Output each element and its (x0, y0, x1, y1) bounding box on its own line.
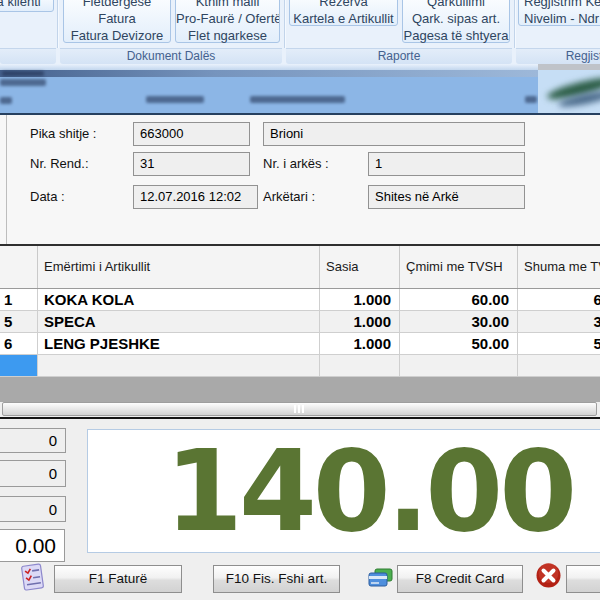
cell-name[interactable] (38, 355, 320, 377)
header-logo-panel (538, 70, 600, 113)
table-header-emertimi[interactable]: Emërtimi i Artikullit (38, 246, 320, 288)
ribbon-box-rezerva: Rezerva Kartela e Artikullit (289, 0, 398, 26)
document-title-strip (0, 70, 538, 77)
pika-shitje-label: Pika shitje : (30, 122, 96, 146)
ribbon-toolbar: ga klienti Fletdërgesë Fatura Fatura Dev… (0, 0, 600, 64)
table-row[interactable]: 1 KOKA KOLA 1.000 60.00 60.00 (0, 289, 600, 311)
data-field[interactable]: 12.07.2016 12:02 (133, 185, 258, 209)
redacted-text (250, 96, 345, 103)
cell-rownum[interactable]: 5 (0, 311, 38, 333)
items-table: Emërtimi i Artikullit Sasia Çmimi me TVS… (0, 244, 600, 402)
table-header-sasia[interactable]: Sasia (320, 246, 400, 288)
nr-rend-field[interactable]: 31 (133, 152, 250, 176)
ribbon-separator (514, 0, 515, 48)
table-header-row: Emërtimi i Artikullit Sasia Çmimi me TVS… (0, 246, 600, 289)
ribbon-box-fatura: Fletdërgesë Fatura Fatura Devizore (63, 0, 171, 43)
cell-sum[interactable]: 50.00 (518, 333, 600, 355)
cell-name[interactable]: LENG PJESHKE (38, 333, 320, 355)
nr-arkes-label: Nr. i arkës : (263, 152, 329, 176)
nr-rend-label: Nr. Rend.: (30, 152, 89, 176)
credit-card-icon[interactable] (366, 563, 394, 591)
ribbon-box-kthim: Kthim malli Pro-Faurë / Ofertë Flet ngar… (175, 0, 280, 43)
redacted-text (0, 79, 46, 86)
redacted-text (0, 97, 12, 104)
ribbon-item-rezerva[interactable]: Rezerva (290, 0, 397, 10)
cell-qty[interactable]: 1.000 (320, 333, 400, 355)
ribbon-group-label-regjistr: Regjistr (516, 48, 600, 64)
nr-arkes-field[interactable]: 1 (368, 152, 525, 176)
invoice-icon[interactable] (18, 562, 48, 592)
grand-total: 140.00 (165, 429, 573, 553)
ribbon-item-client-label[interactable]: ga klienti (0, 0, 53, 10)
ribbon-item-fatura[interactable]: Fatura (64, 10, 170, 27)
cell-price[interactable] (400, 355, 518, 377)
ribbon-group-label-dokument-dales: Dokument Dalës (60, 48, 282, 64)
ribbon-separator (57, 0, 58, 48)
ribbon-separator (284, 0, 285, 48)
form-left-border (6, 115, 7, 244)
bottom-field-0[interactable]: 0 (0, 428, 66, 453)
cell-price[interactable]: 50.00 (400, 333, 518, 355)
data-label: Data : (30, 185, 65, 209)
bottom-field-amount[interactable]: 0.00 (0, 529, 65, 562)
splitter-grip-icon (294, 405, 296, 413)
f8-credit-card-button[interactable]: F8 Credit Card (397, 565, 523, 593)
ribbon-item-fatura-devizore[interactable]: Fatura Devizore (64, 27, 170, 44)
ribbon-item-pro-faure-oferte[interactable]: Pro-Faurë / Ofertë (176, 10, 279, 27)
cell-rownum[interactable]: 6 (0, 333, 38, 355)
table-row[interactable]: 6 LENG PJESHKE 1.000 50.00 50.00 (0, 333, 600, 355)
document-header-band (0, 77, 538, 113)
ribbon-item-fletdergese[interactable]: Fletdërgesë (64, 0, 170, 10)
ribbon-box-qarkullimi: Qarkullimi Qark. sipas art. Pagesa të sh… (402, 0, 510, 43)
table-row-empty[interactable] (0, 355, 600, 377)
ribbon-box-regjistrim: Regjistrim Ke Nivelim - Ndr (518, 0, 600, 26)
ribbon-item-qarkullimi[interactable]: Qarkullimi (403, 0, 509, 10)
table-row[interactable]: 5 SPECA 1.000 30.00 30.00 (0, 311, 600, 333)
cell-price[interactable]: 60.00 (400, 289, 518, 311)
ribbon-item-pagesa-te-shtyera[interactable]: Pagesa të shtyera (403, 27, 509, 44)
ribbon-item-qark-sipas-art[interactable]: Qark. sipas art. (403, 10, 509, 27)
arketari-field[interactable]: Shites në Arkë (368, 185, 525, 209)
cell-sum[interactable]: 60.00 (518, 289, 600, 311)
cell-qty[interactable] (320, 355, 400, 377)
splitter-grip-icon (298, 405, 300, 413)
f10-fshi-art-button[interactable]: F10 Fis. Fshi art. (213, 565, 340, 593)
pika-shitje-code-field[interactable]: 663000 (133, 122, 250, 146)
f1-fature-button[interactable]: F1 Faturë (54, 565, 182, 593)
pika-shitje-name-field[interactable]: Brioni (263, 122, 525, 146)
table-header-rownum[interactable] (0, 246, 38, 288)
bottom-field-1[interactable]: 0 (0, 460, 66, 487)
redacted-text (2, 71, 44, 76)
redacted-text (525, 96, 537, 103)
cell-qty[interactable]: 1.000 (320, 289, 400, 311)
cell-qty[interactable]: 1.000 (320, 311, 400, 333)
cell-sum[interactable]: 30.00 (518, 311, 600, 333)
ribbon-item-flet-ngarkese[interactable]: Flet ngarkese (176, 27, 279, 44)
cell-name[interactable]: KOKA KOLA (38, 289, 320, 311)
cell-sum[interactable] (518, 355, 600, 377)
ribbon-item-nivelim[interactable]: Nivelim - Ndr (519, 10, 600, 27)
redacted-text (146, 96, 204, 103)
arketari-label: Arkëtari : (263, 185, 315, 209)
table-header-shuma[interactable]: Shuma me TVSH (518, 246, 600, 288)
selected-row-indicator[interactable] (0, 355, 38, 377)
bottom-field-2[interactable]: 0 (0, 496, 66, 522)
cell-rownum[interactable]: 1 (0, 289, 38, 311)
ribbon-group-label-left (0, 48, 56, 64)
close-icon[interactable] (535, 562, 562, 589)
ribbon-item-kthim-malli[interactable]: Kthim malli (176, 0, 279, 10)
ribbon-item-kartela-artikullit[interactable]: Kartela e Artikullit (290, 10, 397, 27)
table-header-cmimi[interactable]: Çmimi me TVSH (400, 246, 518, 288)
ribbon-button-client[interactable]: ga klienti (0, 0, 54, 12)
cell-price[interactable]: 30.00 (400, 311, 518, 333)
splitter-grip-icon (302, 405, 304, 413)
ribbon-group-label-raporte: Raporte (286, 48, 512, 64)
partial-button[interactable] (566, 565, 600, 593)
cell-name[interactable]: SPECA (38, 311, 320, 333)
ribbon-item-regjistrim[interactable]: Regjistrim Ke (519, 0, 600, 10)
